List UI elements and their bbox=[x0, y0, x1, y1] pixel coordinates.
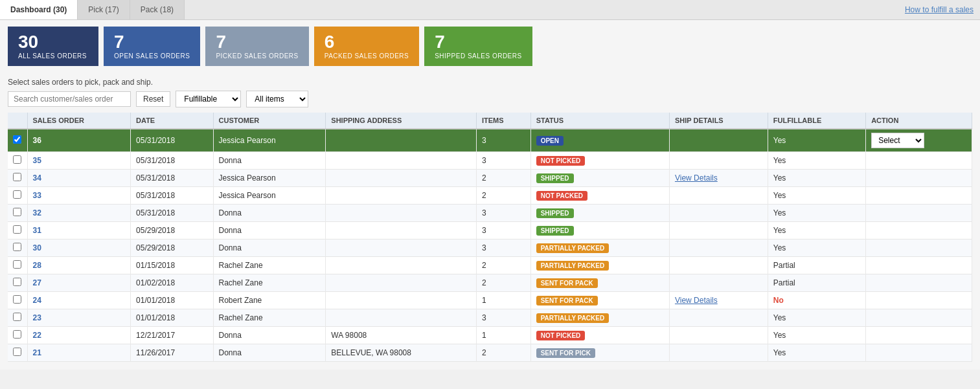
order-link[interactable]: 36 bbox=[33, 136, 41, 145]
tile-all-sales[interactable]: 30 ALL SALES ORDERS bbox=[8, 27, 98, 66]
row-date: 01/15/2018 bbox=[131, 257, 213, 274]
row-action bbox=[866, 327, 972, 344]
order-link[interactable]: 31 bbox=[33, 226, 41, 235]
row-checkbox[interactable] bbox=[13, 330, 21, 339]
row-checkbox[interactable] bbox=[13, 348, 21, 356]
row-customer: Donna bbox=[213, 222, 326, 239]
row-date: 05/29/2018 bbox=[131, 222, 213, 239]
row-checkbox[interactable] bbox=[13, 155, 21, 164]
tile-picked-sales[interactable]: 7 PICKED SALES ORDERS bbox=[205, 27, 308, 66]
row-status: SHIPPED bbox=[530, 170, 669, 187]
row-checkbox-cell bbox=[8, 152, 27, 170]
row-checkbox-cell bbox=[8, 222, 27, 239]
tile-shipped-sales[interactable]: 7 SHIPPED SALES ORDERS bbox=[424, 27, 532, 66]
col-items: ITEMS bbox=[476, 113, 530, 129]
row-fulfillable: Yes bbox=[768, 129, 865, 152]
order-link[interactable]: 27 bbox=[33, 278, 41, 287]
search-input[interactable] bbox=[8, 91, 131, 107]
tab-dashboard[interactable]: Dashboard (30) bbox=[0, 0, 78, 19]
row-ship-details: View Details bbox=[669, 292, 768, 309]
row-ship-details bbox=[669, 152, 768, 170]
row-fulfillable: Yes bbox=[768, 344, 865, 362]
row-checkbox[interactable] bbox=[13, 135, 21, 144]
row-action bbox=[866, 309, 972, 327]
view-details-link[interactable]: View Details bbox=[675, 173, 718, 183]
row-items: 3 bbox=[476, 239, 530, 257]
row-checkbox-cell bbox=[8, 205, 27, 222]
tile-open-sales[interactable]: 7 OPEN SALES ORDERS bbox=[104, 27, 200, 66]
row-order: 27 bbox=[27, 274, 131, 292]
row-checkbox[interactable] bbox=[13, 295, 21, 304]
row-ship-details bbox=[669, 222, 768, 239]
row-items: 3 bbox=[476, 222, 530, 239]
row-status: PARTIALLY PACKED bbox=[530, 257, 669, 274]
view-details-link[interactable]: View Details bbox=[675, 296, 718, 305]
order-link[interactable]: 34 bbox=[33, 173, 41, 183]
row-order: 28 bbox=[27, 257, 131, 274]
action-select[interactable]: Select bbox=[871, 133, 924, 148]
row-ship-details bbox=[669, 205, 768, 222]
row-status: SENT FOR PICK bbox=[530, 344, 669, 362]
row-fulfillable: Partial bbox=[768, 257, 865, 274]
help-link[interactable]: How to fulfill a sales bbox=[905, 5, 974, 14]
table-row: 3605/31/2018Jessica Pearson3OPENYesSelec… bbox=[8, 129, 972, 152]
tile-picked-sales-label: PICKED SALES ORDERS bbox=[216, 52, 298, 60]
row-checkbox-cell bbox=[8, 170, 27, 187]
table-row: 3305/31/2018Jessica Pearson2NOT PACKEDYe… bbox=[8, 187, 972, 205]
tile-all-sales-number: 30 bbox=[18, 33, 88, 51]
row-checkbox[interactable] bbox=[13, 278, 21, 286]
row-action bbox=[866, 205, 972, 222]
status-badge: PARTIALLY PACKED bbox=[536, 261, 610, 271]
status-badge: SHIPPED bbox=[536, 208, 574, 218]
items-filter[interactable]: All items Item A Item B bbox=[246, 91, 308, 107]
order-link[interactable]: 22 bbox=[33, 331, 41, 340]
row-checkbox[interactable] bbox=[13, 225, 21, 234]
order-link[interactable]: 33 bbox=[33, 191, 41, 200]
status-badge: NOT PACKED bbox=[536, 191, 587, 201]
row-date: 05/31/2018 bbox=[131, 170, 213, 187]
row-action bbox=[866, 222, 972, 239]
row-customer: Donna bbox=[213, 205, 326, 222]
row-checkbox-cell bbox=[8, 344, 27, 362]
order-link[interactable]: 28 bbox=[33, 261, 41, 270]
row-order: 31 bbox=[27, 222, 131, 239]
row-date: 05/31/2018 bbox=[131, 152, 213, 170]
row-customer: Donna bbox=[213, 327, 326, 344]
col-fulfillable: FULFILLABLE bbox=[768, 113, 865, 129]
order-link[interactable]: 32 bbox=[33, 208, 41, 217]
status-badge: SENT FOR PACK bbox=[536, 296, 598, 306]
row-checkbox[interactable] bbox=[13, 208, 21, 216]
top-nav: Dashboard (30) Pick (17) Pack (18) How t… bbox=[0, 0, 980, 20]
reset-button[interactable]: Reset bbox=[136, 91, 170, 107]
table-row: 2701/02/2018Rachel Zane2SENT FOR PACKPar… bbox=[8, 274, 972, 292]
order-link[interactable]: 21 bbox=[33, 348, 41, 357]
order-link[interactable]: 30 bbox=[33, 243, 41, 252]
row-ship-details bbox=[669, 309, 768, 327]
row-checkbox[interactable] bbox=[13, 243, 21, 251]
row-action bbox=[866, 257, 972, 274]
order-link[interactable]: 35 bbox=[33, 156, 41, 165]
row-checkbox[interactable] bbox=[13, 260, 21, 269]
row-action: Select bbox=[866, 129, 972, 152]
row-items: 2 bbox=[476, 170, 530, 187]
tab-pick[interactable]: Pick (17) bbox=[78, 0, 130, 19]
row-order: 22 bbox=[27, 327, 131, 344]
row-order: 36 bbox=[27, 129, 131, 152]
row-date: 01/01/2018 bbox=[131, 292, 213, 309]
row-fulfillable: Yes bbox=[768, 239, 865, 257]
col-customer: CUSTOMER bbox=[213, 113, 326, 129]
tab-pack[interactable]: Pack (18) bbox=[130, 0, 185, 19]
row-checkbox[interactable] bbox=[13, 313, 21, 321]
fulfillable-filter[interactable]: Fulfillable All Open Picked bbox=[176, 91, 241, 107]
row-items: 1 bbox=[476, 292, 530, 309]
order-link[interactable]: 23 bbox=[33, 313, 41, 322]
row-checkbox-cell bbox=[8, 187, 27, 205]
row-action bbox=[866, 292, 972, 309]
row-checkbox[interactable] bbox=[13, 190, 21, 199]
row-order: 23 bbox=[27, 309, 131, 327]
row-order: 32 bbox=[27, 205, 131, 222]
order-link[interactable]: 24 bbox=[33, 296, 41, 305]
row-fulfillable: Yes bbox=[768, 187, 865, 205]
row-checkbox[interactable] bbox=[13, 173, 21, 181]
tile-packed-sales[interactable]: 6 PACKED SALES ORDERS bbox=[314, 27, 419, 66]
